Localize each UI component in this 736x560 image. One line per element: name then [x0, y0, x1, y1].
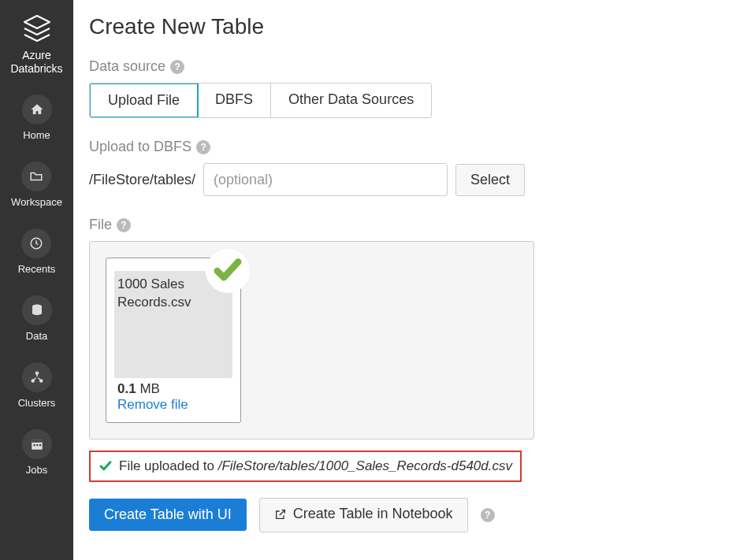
database-icon [22, 295, 52, 325]
home-icon [22, 95, 52, 124]
sidebar-item-label: Clusters [18, 397, 56, 409]
file-size: 0.1 MB [114, 381, 232, 397]
sidebar-item-clusters[interactable]: Clusters [18, 362, 56, 409]
external-link-icon [274, 508, 287, 521]
action-buttons: Create Table with UI Create Table in Not… [89, 498, 720, 532]
upload-path-prefix: /FileStore/tables/ [89, 172, 195, 188]
help-icon[interactable]: ? [481, 508, 495, 522]
help-icon[interactable]: ? [170, 60, 184, 74]
tab-other-sources[interactable]: Other Data Sources [271, 83, 431, 117]
upload-status-message: File uploaded to /FileStore/tables/1000_… [89, 451, 522, 482]
uploaded-file-path: /FileStore/tables/1000_Sales_Records-d54… [218, 458, 512, 473]
calendar-icon [22, 429, 52, 459]
sidebar-item-workspace[interactable]: Workspace [11, 161, 62, 208]
folder-icon [21, 161, 51, 191]
file-label: File ? [89, 217, 720, 233]
brand-label: Azure Databricks [0, 49, 73, 76]
upload-path-row: /FileStore/tables/ Select [89, 163, 720, 196]
help-icon[interactable]: ? [117, 218, 131, 232]
sidebar-item-home[interactable]: Home [22, 95, 52, 141]
upload-path-input[interactable] [203, 163, 448, 196]
sidebar-item-label: Recents [18, 263, 56, 275]
tab-dbfs[interactable]: DBFS [198, 83, 271, 117]
clock-icon [21, 228, 51, 258]
remove-file-link[interactable]: Remove file [114, 397, 232, 413]
sidebar-item-recents[interactable]: Recents [18, 228, 56, 275]
create-table-notebook-button[interactable]: Create Table in Notebook [259, 498, 468, 532]
svg-rect-6 [32, 439, 43, 442]
page-title: Create New Table [89, 14, 720, 39]
data-source-label: Data source ? [89, 58, 720, 75]
svg-point-2 [35, 371, 39, 375]
sidebar-item-label: Home [23, 129, 50, 141]
sidebar-item-label: Jobs [26, 464, 47, 476]
svg-rect-7 [33, 444, 35, 446]
select-button[interactable]: Select [455, 164, 525, 196]
file-dropzone[interactable]: 1000 Sales Records.csv 0.1 MB Remove fil… [89, 241, 534, 439]
cluster-icon [22, 362, 52, 392]
sidebar-item-label: Workspace [11, 196, 62, 208]
help-icon[interactable]: ? [196, 140, 210, 154]
sidebar: Azure Databricks Home Workspace Recents … [0, 0, 73, 560]
sidebar-item-label: Data [26, 330, 47, 342]
create-table-ui-button[interactable]: Create Table with UI [89, 499, 247, 531]
check-icon [99, 459, 113, 473]
databricks-logo-icon [21, 14, 53, 43]
tab-upload-file[interactable]: Upload File [89, 83, 199, 118]
sidebar-item-jobs[interactable]: Jobs [22, 429, 52, 476]
svg-rect-9 [39, 444, 41, 446]
upload-dbfs-label: Upload to DBFS ? [89, 139, 720, 155]
main-content: Create New Table Data source ? Upload Fi… [73, 0, 736, 560]
brand-logo[interactable]: Azure Databricks [0, 14, 73, 76]
data-source-tabs: Upload File DBFS Other Data Sources [89, 83, 432, 118]
sidebar-item-data[interactable]: Data [22, 295, 52, 342]
file-name: 1000 Sales Records.csv [114, 271, 232, 381]
uploaded-file-card: 1000 Sales Records.csv 0.1 MB Remove fil… [106, 258, 241, 423]
svg-rect-8 [36, 444, 38, 446]
